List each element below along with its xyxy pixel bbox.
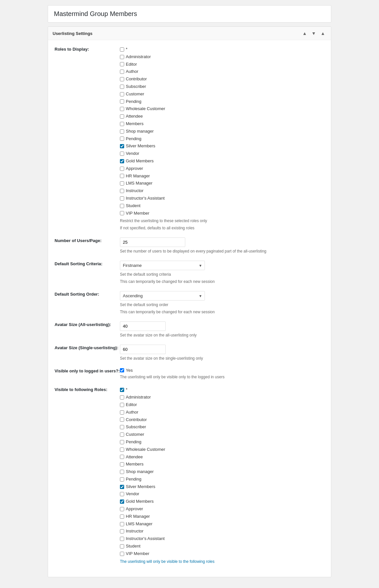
role-label-15[interactable]: Gold Members (126, 158, 154, 165)
visible-role-label-11[interactable]: Shop manager (126, 468, 154, 475)
role-label-12[interactable]: Pending (126, 136, 141, 142)
role-label-6[interactable]: Customer (126, 91, 144, 98)
visible-role-checkbox-22[interactable] (120, 552, 124, 556)
role-label-19[interactable]: Instructor (126, 188, 143, 194)
users-per-page-input[interactable] (120, 237, 185, 247)
role-label-11[interactable]: Shop manager (126, 128, 154, 135)
visible-role-label-2[interactable]: Editor (126, 401, 137, 408)
sorting-order-select[interactable]: AscendingDescending (120, 291, 205, 301)
role-checkbox-19[interactable] (120, 189, 124, 193)
role-checkbox-6[interactable] (120, 92, 124, 96)
role-label-14[interactable]: Vendor (126, 150, 139, 157)
visible-logged-in-checkbox[interactable] (120, 368, 124, 372)
role-label-18[interactable]: LMS Manager (126, 180, 153, 187)
visible-role-label-5[interactable]: Subscriber (126, 424, 146, 431)
role-checkbox-17[interactable] (120, 174, 124, 178)
role-checkbox-3[interactable] (120, 70, 124, 74)
role-label-20[interactable]: Instructor's Assistant (126, 195, 165, 202)
visible-role-label-19[interactable]: Instructor (126, 528, 143, 535)
visible-role-label-10[interactable]: Members (126, 461, 143, 468)
role-label-9[interactable]: Attendee (126, 113, 143, 120)
visible-role-label-22[interactable]: VIP Member (126, 550, 149, 557)
role-checkbox-16[interactable] (120, 167, 124, 171)
visible-role-label-0[interactable]: * (126, 386, 127, 393)
role-checkbox-20[interactable] (120, 196, 124, 201)
visible-role-label-21[interactable]: Student (126, 543, 140, 550)
visible-role-checkbox-9[interactable] (120, 455, 124, 459)
visible-role-label-7[interactable]: Pending (126, 439, 141, 446)
collapse-down-icon[interactable]: ▼ (310, 30, 317, 37)
role-label-8[interactable]: Wholesale Customer (126, 106, 165, 112)
avatar-size-single-input[interactable] (120, 345, 166, 354)
role-checkbox-13[interactable] (120, 144, 124, 148)
visible-role-label-9[interactable]: Attendee (126, 454, 143, 461)
role-label-7[interactable]: Pending (126, 98, 141, 105)
role-checkbox-14[interactable] (120, 152, 124, 156)
role-label-3[interactable]: Author (126, 68, 138, 75)
visible-role-label-3[interactable]: Author (126, 409, 138, 416)
role-label-1[interactable]: Administrator (126, 54, 151, 60)
visible-role-label-17[interactable]: HR Manager (126, 513, 150, 520)
visible-role-label-4[interactable]: Contributor (126, 416, 147, 423)
visible-role-label-8[interactable]: Wholesale Customer (126, 446, 165, 453)
visible-role-label-15[interactable]: Gold Members (126, 498, 154, 505)
visible-role-checkbox-13[interactable] (120, 485, 124, 489)
role-checkbox-22[interactable] (120, 211, 124, 215)
role-label-13[interactable]: Silver Members (126, 143, 155, 150)
role-checkbox-1[interactable] (120, 55, 124, 59)
visible-role-checkbox-19[interactable] (120, 529, 124, 533)
visible-role-checkbox-17[interactable] (120, 514, 124, 519)
visible-role-checkbox-0[interactable] (120, 388, 124, 392)
visible-role-label-1[interactable]: Administrator (126, 394, 151, 401)
role-checkbox-11[interactable] (120, 129, 124, 134)
visible-role-label-6[interactable]: Customer (126, 431, 144, 438)
visible-role-label-20[interactable]: Instructor's Assistant (126, 535, 165, 542)
role-label-4[interactable]: Contributor (126, 76, 147, 83)
visible-role-checkbox-5[interactable] (120, 425, 124, 429)
visible-role-checkbox-18[interactable] (120, 522, 124, 526)
visible-role-checkbox-20[interactable] (120, 537, 124, 541)
role-label-22[interactable]: VIP Member (126, 210, 149, 217)
visible-role-checkbox-16[interactable] (120, 507, 124, 511)
sorting-criteria-select[interactable]: FirstnameLastnameUsernameEmailRegistered (120, 261, 205, 270)
visible-role-checkbox-10[interactable] (120, 462, 124, 466)
role-label-16[interactable]: Approver (126, 165, 143, 172)
collapse-up-icon[interactable]: ▲ (301, 30, 308, 37)
role-checkbox-9[interactable] (120, 114, 124, 119)
visible-role-checkbox-2[interactable] (120, 403, 124, 407)
role-checkbox-12[interactable] (120, 137, 124, 141)
role-checkbox-15[interactable] (120, 159, 124, 163)
role-label-2[interactable]: Editor (126, 61, 137, 68)
visible-role-checkbox-6[interactable] (120, 433, 124, 437)
role-checkbox-18[interactable] (120, 181, 124, 186)
visible-role-label-12[interactable]: Pending (126, 476, 141, 483)
role-checkbox-5[interactable] (120, 85, 124, 89)
visible-role-checkbox-4[interactable] (120, 417, 124, 422)
role-checkbox-8[interactable] (120, 107, 124, 111)
role-label-5[interactable]: Subscriber (126, 83, 146, 90)
visible-role-checkbox-15[interactable] (120, 499, 124, 504)
role-label-0[interactable]: * (126, 46, 127, 53)
visible-role-checkbox-8[interactable] (120, 448, 124, 452)
role-checkbox-0[interactable] (120, 47, 124, 52)
role-checkbox-2[interactable] (120, 62, 124, 66)
visible-role-label-16[interactable]: Approver (126, 506, 143, 513)
expand-icon[interactable]: ▲ (319, 30, 326, 37)
role-checkbox-4[interactable] (120, 77, 124, 81)
role-label-21[interactable]: Student (126, 203, 140, 209)
avatar-size-all-input[interactable] (120, 321, 166, 331)
role-checkbox-10[interactable] (120, 122, 124, 126)
visible-logged-in-checkbox-label[interactable]: Yes (126, 368, 133, 373)
visible-role-label-18[interactable]: LMS Manager (126, 521, 153, 528)
visible-role-checkbox-21[interactable] (120, 544, 124, 548)
role-label-17[interactable]: HR Manager (126, 173, 150, 180)
visible-role-checkbox-14[interactable] (120, 492, 124, 496)
visible-role-checkbox-11[interactable] (120, 470, 124, 474)
role-checkbox-21[interactable] (120, 204, 124, 208)
visible-role-checkbox-1[interactable] (120, 395, 124, 400)
role-checkbox-7[interactable] (120, 99, 124, 104)
role-label-10[interactable]: Members (126, 121, 143, 127)
visible-role-label-13[interactable]: Silver Members (126, 483, 155, 490)
visible-role-checkbox-7[interactable] (120, 440, 124, 444)
visible-role-checkbox-12[interactable] (120, 477, 124, 482)
